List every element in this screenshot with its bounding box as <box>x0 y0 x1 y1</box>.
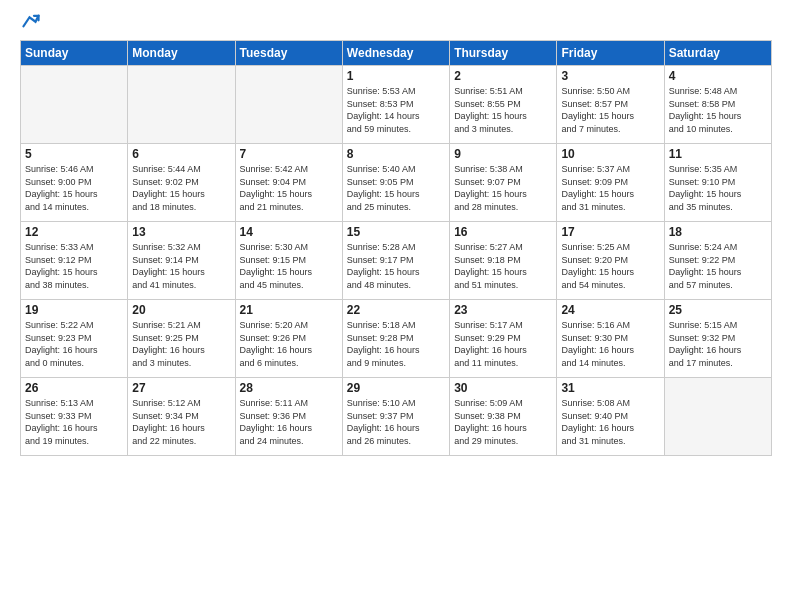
calendar-cell: 7Sunrise: 5:42 AMSunset: 9:04 PMDaylight… <box>235 144 342 222</box>
day-number: 29 <box>347 381 445 395</box>
day-number: 11 <box>669 147 767 161</box>
day-info: Sunrise: 5:33 AMSunset: 9:12 PMDaylight:… <box>25 241 123 291</box>
calendar-cell <box>128 66 235 144</box>
calendar-cell: 9Sunrise: 5:38 AMSunset: 9:07 PMDaylight… <box>450 144 557 222</box>
weekday-header-tuesday: Tuesday <box>235 41 342 66</box>
day-info: Sunrise: 5:51 AMSunset: 8:55 PMDaylight:… <box>454 85 552 135</box>
day-number: 25 <box>669 303 767 317</box>
day-info: Sunrise: 5:13 AMSunset: 9:33 PMDaylight:… <box>25 397 123 447</box>
day-info: Sunrise: 5:46 AMSunset: 9:00 PMDaylight:… <box>25 163 123 213</box>
calendar-cell: 23Sunrise: 5:17 AMSunset: 9:29 PMDayligh… <box>450 300 557 378</box>
calendar-cell: 21Sunrise: 5:20 AMSunset: 9:26 PMDayligh… <box>235 300 342 378</box>
calendar-cell: 30Sunrise: 5:09 AMSunset: 9:38 PMDayligh… <box>450 378 557 456</box>
day-number: 26 <box>25 381 123 395</box>
day-number: 16 <box>454 225 552 239</box>
day-info: Sunrise: 5:15 AMSunset: 9:32 PMDaylight:… <box>669 319 767 369</box>
calendar-cell: 25Sunrise: 5:15 AMSunset: 9:32 PMDayligh… <box>664 300 771 378</box>
day-info: Sunrise: 5:18 AMSunset: 9:28 PMDaylight:… <box>347 319 445 369</box>
logo-icon <box>22 12 40 30</box>
weekday-header-monday: Monday <box>128 41 235 66</box>
day-number: 4 <box>669 69 767 83</box>
calendar-cell: 11Sunrise: 5:35 AMSunset: 9:10 PMDayligh… <box>664 144 771 222</box>
day-info: Sunrise: 5:38 AMSunset: 9:07 PMDaylight:… <box>454 163 552 213</box>
day-info: Sunrise: 5:48 AMSunset: 8:58 PMDaylight:… <box>669 85 767 135</box>
week-row-2: 5Sunrise: 5:46 AMSunset: 9:00 PMDaylight… <box>21 144 772 222</box>
day-number: 1 <box>347 69 445 83</box>
calendar-cell: 28Sunrise: 5:11 AMSunset: 9:36 PMDayligh… <box>235 378 342 456</box>
day-number: 15 <box>347 225 445 239</box>
day-info: Sunrise: 5:20 AMSunset: 9:26 PMDaylight:… <box>240 319 338 369</box>
day-info: Sunrise: 5:17 AMSunset: 9:29 PMDaylight:… <box>454 319 552 369</box>
day-number: 7 <box>240 147 338 161</box>
calendar-cell: 26Sunrise: 5:13 AMSunset: 9:33 PMDayligh… <box>21 378 128 456</box>
calendar-cell: 20Sunrise: 5:21 AMSunset: 9:25 PMDayligh… <box>128 300 235 378</box>
day-info: Sunrise: 5:12 AMSunset: 9:34 PMDaylight:… <box>132 397 230 447</box>
day-number: 30 <box>454 381 552 395</box>
day-info: Sunrise: 5:37 AMSunset: 9:09 PMDaylight:… <box>561 163 659 213</box>
day-number: 2 <box>454 69 552 83</box>
day-info: Sunrise: 5:40 AMSunset: 9:05 PMDaylight:… <box>347 163 445 213</box>
calendar-cell: 10Sunrise: 5:37 AMSunset: 9:09 PMDayligh… <box>557 144 664 222</box>
calendar-cell: 17Sunrise: 5:25 AMSunset: 9:20 PMDayligh… <box>557 222 664 300</box>
day-info: Sunrise: 5:11 AMSunset: 9:36 PMDaylight:… <box>240 397 338 447</box>
day-number: 17 <box>561 225 659 239</box>
calendar-cell: 16Sunrise: 5:27 AMSunset: 9:18 PMDayligh… <box>450 222 557 300</box>
day-number: 20 <box>132 303 230 317</box>
day-info: Sunrise: 5:30 AMSunset: 9:15 PMDaylight:… <box>240 241 338 291</box>
day-number: 6 <box>132 147 230 161</box>
weekday-header-thursday: Thursday <box>450 41 557 66</box>
day-number: 14 <box>240 225 338 239</box>
day-info: Sunrise: 5:08 AMSunset: 9:40 PMDaylight:… <box>561 397 659 447</box>
day-number: 8 <box>347 147 445 161</box>
day-info: Sunrise: 5:50 AMSunset: 8:57 PMDaylight:… <box>561 85 659 135</box>
day-info: Sunrise: 5:28 AMSunset: 9:17 PMDaylight:… <box>347 241 445 291</box>
week-row-4: 19Sunrise: 5:22 AMSunset: 9:23 PMDayligh… <box>21 300 772 378</box>
day-info: Sunrise: 5:27 AMSunset: 9:18 PMDaylight:… <box>454 241 552 291</box>
day-number: 3 <box>561 69 659 83</box>
calendar-cell <box>664 378 771 456</box>
calendar-cell: 2Sunrise: 5:51 AMSunset: 8:55 PMDaylight… <box>450 66 557 144</box>
week-row-3: 12Sunrise: 5:33 AMSunset: 9:12 PMDayligh… <box>21 222 772 300</box>
day-info: Sunrise: 5:10 AMSunset: 9:37 PMDaylight:… <box>347 397 445 447</box>
day-info: Sunrise: 5:25 AMSunset: 9:20 PMDaylight:… <box>561 241 659 291</box>
calendar-cell: 6Sunrise: 5:44 AMSunset: 9:02 PMDaylight… <box>128 144 235 222</box>
calendar-cell: 8Sunrise: 5:40 AMSunset: 9:05 PMDaylight… <box>342 144 449 222</box>
calendar-cell: 18Sunrise: 5:24 AMSunset: 9:22 PMDayligh… <box>664 222 771 300</box>
weekday-header-row: SundayMondayTuesdayWednesdayThursdayFrid… <box>21 41 772 66</box>
calendar-cell: 31Sunrise: 5:08 AMSunset: 9:40 PMDayligh… <box>557 378 664 456</box>
calendar-cell: 14Sunrise: 5:30 AMSunset: 9:15 PMDayligh… <box>235 222 342 300</box>
day-info: Sunrise: 5:16 AMSunset: 9:30 PMDaylight:… <box>561 319 659 369</box>
calendar-cell: 19Sunrise: 5:22 AMSunset: 9:23 PMDayligh… <box>21 300 128 378</box>
calendar-cell: 22Sunrise: 5:18 AMSunset: 9:28 PMDayligh… <box>342 300 449 378</box>
day-number: 21 <box>240 303 338 317</box>
weekday-header-sunday: Sunday <box>21 41 128 66</box>
day-info: Sunrise: 5:53 AMSunset: 8:53 PMDaylight:… <box>347 85 445 135</box>
calendar-cell: 13Sunrise: 5:32 AMSunset: 9:14 PMDayligh… <box>128 222 235 300</box>
calendar-cell <box>235 66 342 144</box>
calendar-cell <box>21 66 128 144</box>
week-row-5: 26Sunrise: 5:13 AMSunset: 9:33 PMDayligh… <box>21 378 772 456</box>
calendar-table: SundayMondayTuesdayWednesdayThursdayFrid… <box>20 40 772 456</box>
day-number: 9 <box>454 147 552 161</box>
day-info: Sunrise: 5:09 AMSunset: 9:38 PMDaylight:… <box>454 397 552 447</box>
day-number: 12 <box>25 225 123 239</box>
calendar-cell: 24Sunrise: 5:16 AMSunset: 9:30 PMDayligh… <box>557 300 664 378</box>
day-number: 22 <box>347 303 445 317</box>
day-info: Sunrise: 5:42 AMSunset: 9:04 PMDaylight:… <box>240 163 338 213</box>
day-info: Sunrise: 5:35 AMSunset: 9:10 PMDaylight:… <box>669 163 767 213</box>
header <box>20 16 772 30</box>
day-number: 27 <box>132 381 230 395</box>
day-number: 13 <box>132 225 230 239</box>
weekday-header-wednesday: Wednesday <box>342 41 449 66</box>
calendar-cell: 3Sunrise: 5:50 AMSunset: 8:57 PMDaylight… <box>557 66 664 144</box>
day-number: 31 <box>561 381 659 395</box>
weekday-header-saturday: Saturday <box>664 41 771 66</box>
day-number: 19 <box>25 303 123 317</box>
day-info: Sunrise: 5:24 AMSunset: 9:22 PMDaylight:… <box>669 241 767 291</box>
calendar-cell: 12Sunrise: 5:33 AMSunset: 9:12 PMDayligh… <box>21 222 128 300</box>
calendar-cell: 4Sunrise: 5:48 AMSunset: 8:58 PMDaylight… <box>664 66 771 144</box>
day-number: 24 <box>561 303 659 317</box>
page: SundayMondayTuesdayWednesdayThursdayFrid… <box>0 0 792 612</box>
logo <box>20 16 40 30</box>
day-number: 28 <box>240 381 338 395</box>
